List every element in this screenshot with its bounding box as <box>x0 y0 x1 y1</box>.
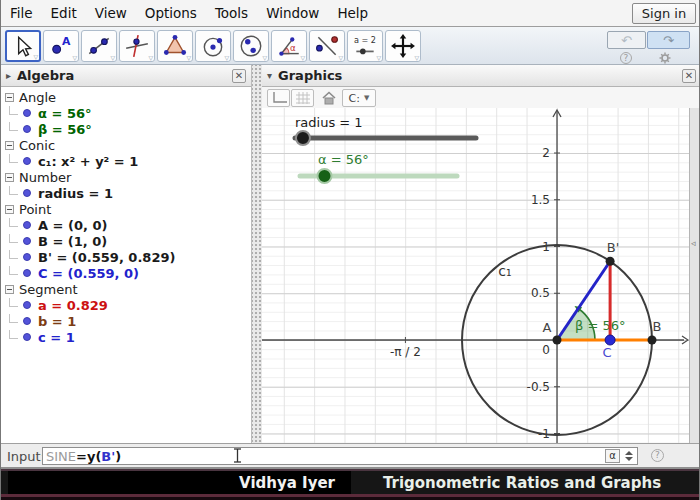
algebra-panel-title: Algebra <box>17 68 74 83</box>
visibility-dot[interactable] <box>23 157 31 165</box>
visibility-dot[interactable] <box>23 189 31 197</box>
point-B[interactable] <box>648 336 657 345</box>
panel-collapse-strip[interactable]: ◃ <box>689 108 700 443</box>
collapse-icon[interactable] <box>5 93 14 102</box>
visibility-dot[interactable] <box>23 333 31 341</box>
menu-view[interactable]: View <box>86 1 136 25</box>
algebra-group-point[interactable]: Point <box>1 201 251 217</box>
menu-options[interactable]: Options <box>136 1 206 25</box>
item-text: c = 1 <box>38 330 75 345</box>
panel-caret-icon[interactable]: ▸ <box>6 70 11 81</box>
visibility-dot[interactable] <box>23 269 31 277</box>
algebra-close-button[interactable]: ✕ <box>232 69 246 83</box>
algebra-group-conic[interactable]: Conic <box>1 137 251 153</box>
menu-tools[interactable]: Tools <box>206 1 257 25</box>
tool-circle-button[interactable]: ▽ <box>195 30 231 62</box>
move-icon <box>10 33 36 59</box>
algebra-panel-header[interactable]: ▸ Algebra ✕ <box>1 65 251 87</box>
tool-move-view-button[interactable]: ▽ <box>385 30 421 62</box>
graphics-panel-header[interactable]: ▾ Graphics ✕ <box>262 65 700 87</box>
slider-handle[interactable] <box>317 169 331 183</box>
point-B-prime[interactable] <box>606 257 615 266</box>
algebra-item[interactable]: c₁: x² + y² = 1 <box>1 153 251 169</box>
tree-line <box>9 122 18 131</box>
visibility-dot[interactable] <box>23 109 31 117</box>
symbol-palette-button[interactable]: α <box>605 449 620 463</box>
tool-dropdown-icon[interactable]: ▽ <box>33 54 38 60</box>
graphics-close-button[interactable]: ✕ <box>682 69 696 83</box>
panel-resize-gutter[interactable] <box>252 65 262 443</box>
point-capturing-dropdown[interactable]: C: ▼ <box>342 89 376 107</box>
toolbar-help-button[interactable]: ? <box>620 52 632 64</box>
menu-window[interactable]: Window <box>257 1 328 25</box>
menu-edit[interactable]: Edit <box>42 1 86 25</box>
tool-dropdown-icon[interactable]: ▽ <box>224 55 229 61</box>
visibility-dot[interactable] <box>23 221 31 229</box>
tool-dropdown-icon[interactable]: ▽ <box>262 55 267 61</box>
algebra-group-number[interactable]: Number <box>1 169 251 185</box>
tool-dropdown-icon[interactable]: ▽ <box>148 55 153 61</box>
tool-slider-button[interactable]: a = 2 ▽ <box>347 30 383 62</box>
algebra-item[interactable]: C = (0.559, 0) <box>1 265 251 281</box>
algebra-item[interactable]: A = (0, 0) <box>1 217 251 233</box>
collapse-icon[interactable] <box>5 141 14 150</box>
visibility-dot[interactable] <box>23 317 31 325</box>
group-label: Point <box>19 202 51 217</box>
visibility-dot[interactable] <box>23 301 31 309</box>
collapse-left-icon[interactable]: ◃ <box>691 238 696 248</box>
visibility-dot[interactable] <box>23 125 31 133</box>
tool-dropdown-icon[interactable]: ▽ <box>186 55 191 61</box>
tool-point-button[interactable]: A ▽ <box>43 30 79 62</box>
tree-line <box>9 218 18 227</box>
grid-toggle-button[interactable] <box>291 89 314 107</box>
algebra-item[interactable]: b = 1 <box>1 313 251 329</box>
tool-perpendicular-line-button[interactable]: ▽ <box>119 30 155 62</box>
sign-in-button[interactable]: Sign in <box>632 3 696 24</box>
menu-help[interactable]: Help <box>328 1 377 25</box>
algebra-item[interactable]: β = 56° <box>1 121 251 137</box>
algebra-item[interactable]: B' = (0.559, 0.829) <box>1 249 251 265</box>
tool-angle-button[interactable]: α ▽ <box>271 30 307 62</box>
tree-line <box>9 106 18 115</box>
spinner-down-icon[interactable] <box>625 457 633 461</box>
algebra-item[interactable]: B = (1, 0) <box>1 233 251 249</box>
geogebra-window: FileEditViewOptionsToolsWindowHelp Sign … <box>0 0 700 500</box>
home-button[interactable] <box>319 89 339 107</box>
collapse-icon[interactable] <box>5 205 14 214</box>
panel-caret-icon[interactable]: ▾ <box>267 70 272 81</box>
spinner-up-icon[interactable] <box>625 451 633 455</box>
menu-file[interactable]: File <box>1 1 42 25</box>
collapse-icon[interactable] <box>5 285 14 294</box>
tool-dropdown-icon[interactable]: ▽ <box>376 55 381 61</box>
input-help-button[interactable]: ? <box>651 449 664 462</box>
algebra-item[interactable]: a = 0.829 <box>1 297 251 313</box>
graphics-canvas[interactable]: 21.510.5-0.5-1-π / 20c₁β = 56°ABB'Cradiu… <box>262 108 689 443</box>
slider-handle[interactable] <box>296 131 310 145</box>
algebra-item[interactable]: α = 56° <box>1 105 251 121</box>
algebra-item[interactable]: c = 1 <box>1 329 251 345</box>
redo-button[interactable]: ↷ <box>647 31 690 49</box>
algebra-group-segment[interactable]: Segment <box>1 281 251 297</box>
collapse-icon[interactable] <box>5 173 14 182</box>
algebra-item[interactable]: radius = 1 <box>1 185 251 201</box>
point-A[interactable] <box>553 336 562 345</box>
tool-line-button[interactable]: ▽ <box>81 30 117 62</box>
point-C[interactable] <box>605 335 615 345</box>
tool-reflect-button[interactable]: ▽ <box>309 30 345 62</box>
visibility-dot[interactable] <box>23 253 31 261</box>
visibility-dot[interactable] <box>23 237 31 245</box>
tool-conic-button[interactable]: ▽ <box>233 30 269 62</box>
toolbar-settings-button[interactable] <box>659 52 671 64</box>
algebra-group-angle[interactable]: Angle <box>1 89 251 105</box>
axes-toggle-button[interactable] <box>267 89 290 107</box>
undo-button[interactable]: ↶ <box>607 31 646 49</box>
tool-move-button[interactable]: ▽ <box>5 30 41 62</box>
tool-dropdown-icon[interactable]: ▽ <box>110 55 115 61</box>
tool-dropdown-icon[interactable]: ▽ <box>414 55 419 61</box>
tool-dropdown-icon[interactable]: ▽ <box>72 55 77 61</box>
tool-dropdown-icon[interactable]: ▽ <box>338 55 343 61</box>
tool-dropdown-icon[interactable]: ▽ <box>300 55 305 61</box>
input-history-spinner[interactable] <box>623 449 634 463</box>
tool-polygon-button[interactable]: ▽ <box>157 30 193 62</box>
command-input[interactable]: SINE=y(B') <box>42 447 638 465</box>
